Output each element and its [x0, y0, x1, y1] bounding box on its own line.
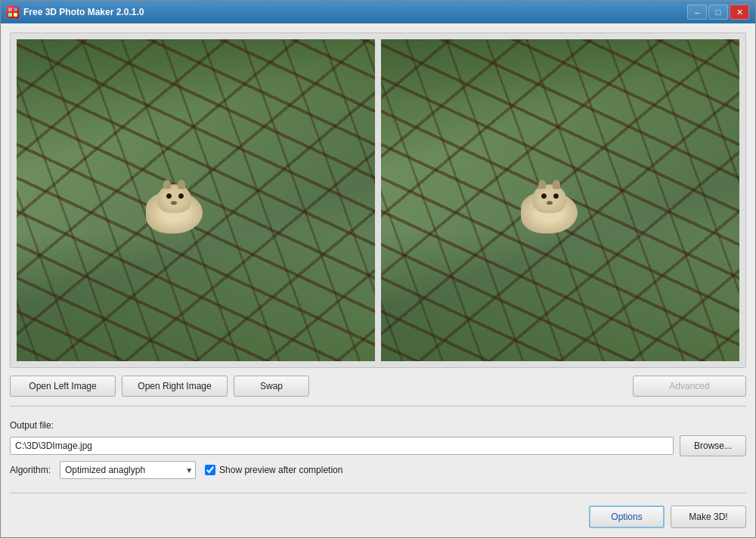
title-bar: Free 3D Photo Maker 2.0.1.0 – □ ✕ [1, 1, 755, 23]
options-button[interactable]: Options [589, 506, 665, 528]
animal-right [517, 184, 585, 237]
action-buttons-row: Open Left Image Open Right Image Swap Ad… [10, 376, 746, 397]
minimize-button[interactable]: – [687, 5, 707, 20]
output-input-row: Browse... [10, 435, 746, 456]
window-title: Free 3D Photo Maker 2.0.1.0 [23, 7, 144, 17]
left-image [17, 39, 375, 361]
preview-checkbox[interactable] [205, 465, 215, 475]
right-image-panel [381, 39, 739, 361]
svg-rect-2 [8, 13, 12, 17]
output-file-input[interactable] [10, 437, 674, 455]
algorithm-select-wrapper: Optimized anaglyph True anaglyph Gray an… [60, 461, 196, 479]
right-image-placeholder [381, 39, 739, 361]
divider-1 [10, 406, 746, 407]
bottom-buttons-row: Options Make 3D! [10, 502, 746, 528]
svg-rect-0 [8, 8, 12, 11]
output-file-label: Output file: [10, 420, 54, 431]
advanced-button[interactable]: Advanced [633, 376, 746, 397]
main-content: Open Left Image Open Right Image Swap Ad… [1, 23, 755, 537]
algorithm-label: Algorithm: [10, 465, 51, 475]
right-image [381, 39, 739, 361]
algorithm-select[interactable]: Optimized anaglyph True anaglyph Gray an… [60, 461, 196, 479]
preview-label: Show preview after completion [219, 465, 342, 475]
open-right-button[interactable]: Open Right Image [122, 376, 228, 397]
svg-rect-3 [14, 13, 17, 17]
maximize-button[interactable]: □ [708, 5, 728, 20]
output-section: Output file: Browse... Algorithm: Optimi… [10, 416, 746, 484]
svg-rect-1 [14, 8, 17, 11]
title-buttons: – □ ✕ [687, 5, 749, 20]
close-button[interactable]: ✕ [730, 5, 749, 20]
animal-left [142, 184, 210, 237]
title-bar-left: Free 3D Photo Maker 2.0.1.0 [7, 6, 144, 18]
output-label-row: Output file: [10, 420, 746, 431]
left-image-placeholder [17, 39, 375, 361]
divider-2 [10, 493, 746, 493]
swap-button[interactable]: Swap [234, 376, 309, 397]
browse-button[interactable]: Browse... [680, 435, 746, 456]
make3d-button[interactable]: Make 3D! [671, 506, 746, 528]
preview-checkbox-label[interactable]: Show preview after completion [205, 465, 342, 475]
left-image-panel [17, 39, 375, 361]
app-icon [7, 6, 19, 18]
main-window: Free 3D Photo Maker 2.0.1.0 – □ ✕ [0, 0, 756, 538]
algorithm-row: Algorithm: Optimized anaglyph True anagl… [10, 461, 746, 479]
open-left-button[interactable]: Open Left Image [10, 376, 116, 397]
image-area [10, 32, 746, 368]
